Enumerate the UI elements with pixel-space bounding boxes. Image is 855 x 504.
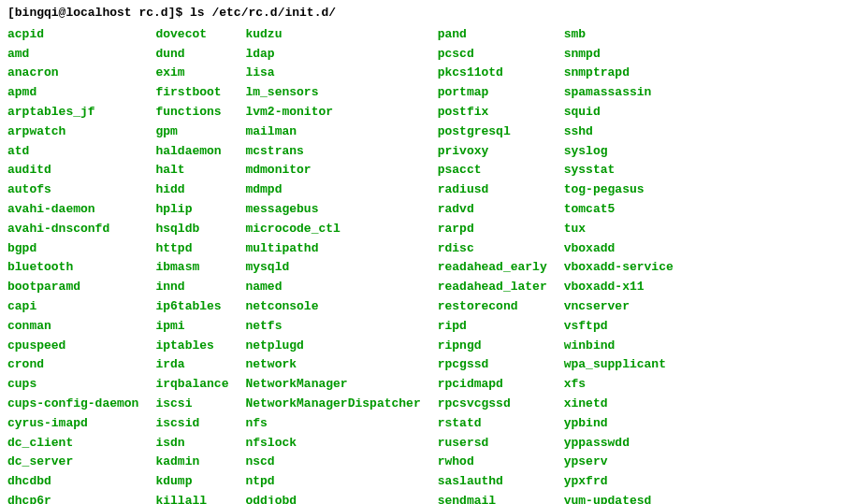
list-item: yum-updatesd (564, 492, 674, 504)
list-item: nfslock (245, 434, 437, 454)
list-item: wpa_supplicant (564, 355, 674, 375)
list-item: ibmasm (155, 258, 245, 278)
list-item: hidd (155, 180, 245, 200)
list-item: squid (564, 103, 674, 122)
list-item: yppasswdd (564, 434, 674, 454)
list-item: readahead_later (438, 278, 564, 297)
list-item: readahead_early (438, 258, 564, 278)
list-item: rdisc (438, 239, 564, 259)
list-item: firstboot (155, 83, 245, 103)
list-item: gpm (155, 122, 245, 142)
list-item: ripd (438, 317, 564, 337)
list-item: lm_sensors (245, 83, 437, 103)
list-item: oddjobd (245, 492, 437, 504)
list-item: rpcidmapd (438, 375, 564, 395)
list-item: lisa (245, 64, 437, 83)
list-item: avahi-daemon (7, 200, 155, 220)
list-item: ntpd (245, 472, 437, 492)
list-item: dhcdbd (7, 472, 155, 492)
list-item: multipathd (245, 239, 437, 259)
listing-column-1: dovecot dund exim firstboot functions gp… (155, 25, 245, 504)
list-item: ypbind (564, 414, 674, 434)
list-item: ypxfrd (564, 472, 674, 492)
list-item: rstatd (438, 414, 564, 434)
list-item: bgpd (7, 239, 155, 259)
list-item: rusersd (438, 434, 564, 454)
list-item: ipmi (155, 317, 245, 337)
list-item: auditd (7, 161, 155, 180)
list-item: lvm2-monitor (245, 103, 437, 122)
list-item: bootparamd (7, 278, 155, 297)
list-item: netfs (245, 317, 437, 337)
list-item: messagebus (245, 200, 437, 220)
list-item: httpd (155, 239, 245, 259)
list-item: functions (155, 103, 245, 122)
list-item: pcscd (438, 45, 564, 65)
list-item: conman (7, 317, 155, 337)
list-item: capi (7, 297, 155, 317)
list-item: snmpd (564, 45, 674, 65)
list-item: mailman (245, 122, 437, 142)
list-item: dhcp6r (7, 492, 155, 504)
list-item: kdump (155, 472, 245, 492)
list-item: ip6tables (155, 297, 245, 317)
list-item: snmptrapd (564, 64, 674, 83)
list-item: iscsi (155, 395, 245, 414)
list-item: killall (155, 492, 245, 504)
list-item: isdn (155, 434, 245, 454)
terminal-prompt-line: [bingqi@localhost rc.d]$ ls /etc/rc.d/in… (7, 4, 848, 23)
list-item: vboxadd (564, 239, 674, 259)
list-item: vboxadd-x11 (564, 278, 674, 297)
list-item: rarpd (438, 220, 564, 239)
list-item: atd (7, 142, 155, 162)
directory-listing: acpid amd anacron apmd arptables_jf arpw… (7, 25, 848, 504)
list-item: dund (155, 45, 245, 65)
list-item: dc_client (7, 434, 155, 454)
list-item: mdmpd (245, 180, 437, 200)
list-item: cups (7, 375, 155, 395)
list-item: bluetooth (7, 258, 155, 278)
listing-column-2: kudzu ldap lisa lm_sensors lvm2-monitor … (245, 25, 437, 504)
list-item: iptables (155, 337, 245, 356)
list-item: privoxy (438, 142, 564, 162)
listing-column-0: acpid amd anacron apmd arptables_jf arpw… (7, 25, 155, 504)
list-item: anacron (7, 64, 155, 83)
list-item: rpcgssd (438, 355, 564, 375)
list-item: irda (155, 355, 245, 375)
list-item: mysqld (245, 258, 437, 278)
list-item: arptables_jf (7, 103, 155, 122)
list-item: psacct (438, 161, 564, 180)
list-item: sshd (564, 122, 674, 142)
list-item: syslog (564, 142, 674, 162)
list-item: ypserv (564, 453, 674, 472)
list-item: haldaemon (155, 142, 245, 162)
list-item: NetworkManager (245, 375, 437, 395)
list-item: radvd (438, 200, 564, 220)
list-item: kudzu (245, 25, 437, 45)
list-item: tux (564, 220, 674, 239)
list-item: innd (155, 278, 245, 297)
list-item: named (245, 278, 437, 297)
list-item: crond (7, 355, 155, 375)
prompt-user-host: [bingqi@localhost rc.d]$ (7, 6, 190, 20)
list-item: radiusd (438, 180, 564, 200)
list-item: vsftpd (564, 317, 674, 337)
list-item: pand (438, 25, 564, 45)
listing-column-3: pand pcscd pkcs11otd portmap postfix pos… (438, 25, 564, 504)
list-item: vboxadd-service (564, 258, 674, 278)
prompt-command: ls /etc/rc.d/init.d/ (190, 6, 336, 20)
list-item: restorecond (438, 297, 564, 317)
list-item: cyrus-imapd (7, 414, 155, 434)
list-item: sysstat (564, 161, 674, 180)
list-item: vncserver (564, 297, 674, 317)
list-item: network (245, 355, 437, 375)
list-item: nscd (245, 453, 437, 472)
list-item: smb (564, 25, 674, 45)
listing-column-4: smb snmpd snmptrapd spamassassin squid s… (564, 25, 674, 504)
list-item: ripngd (438, 337, 564, 356)
list-item: sendmail (438, 492, 564, 504)
list-item: irqbalance (155, 375, 245, 395)
list-item: mdmonitor (245, 161, 437, 180)
list-item: tog-pegasus (564, 180, 674, 200)
list-item: amd (7, 45, 155, 65)
